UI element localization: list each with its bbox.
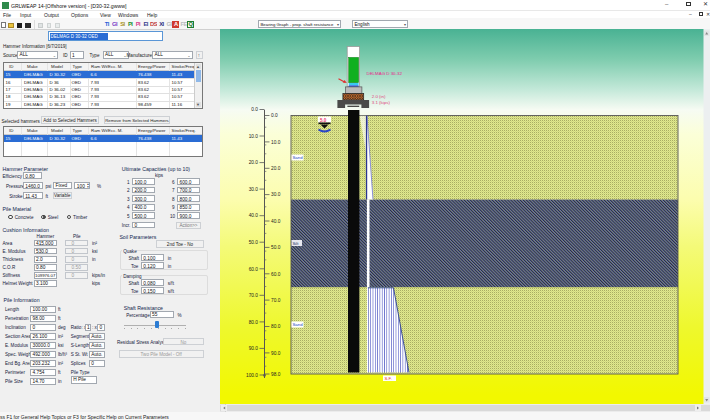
svg-text:Silt: Silt — [293, 241, 300, 246]
svg-text:Sand: Sand — [293, 155, 304, 160]
svg-text:90.0: 90.0 — [271, 351, 281, 356]
svg-text:20.0: 20.0 — [249, 160, 259, 165]
svg-text:20.0: 20.0 — [271, 166, 281, 171]
svg-text:60.0: 60.0 — [249, 267, 259, 272]
svg-text:80.0: 80.0 — [271, 324, 281, 329]
svg-text:Sand: Sand — [293, 322, 304, 327]
svg-text:70.0: 70.0 — [249, 293, 259, 298]
svg-text:3.1 (kips): 3.1 (kips) — [372, 100, 391, 105]
svg-text:100.0: 100.0 — [246, 373, 258, 378]
svg-text:50.0: 50.0 — [271, 245, 281, 250]
svg-text:50.0: 50.0 — [249, 240, 259, 245]
svg-text:60.0: 60.0 — [271, 272, 281, 277]
svg-text:40.0: 40.0 — [271, 219, 281, 224]
svg-text:90.0: 90.0 — [249, 346, 259, 351]
svg-text:30.0: 30.0 — [249, 187, 259, 192]
svg-text:0.0: 0.0 — [271, 113, 278, 118]
svg-text:5.0: 5.0 — [320, 118, 327, 123]
svg-text:10.0: 10.0 — [249, 134, 259, 139]
svg-text:70.0: 70.0 — [271, 298, 281, 303]
svg-text:0.0: 0.0 — [251, 107, 258, 112]
svg-text:DELMAG D 30-32: DELMAG D 30-32 — [367, 71, 403, 76]
svg-text:98.0: 98.0 — [271, 372, 281, 377]
svg-text:80.0: 80.0 — [249, 320, 259, 325]
svg-text:40.0: 40.0 — [249, 213, 259, 218]
svg-text:10.0: 10.0 — [271, 140, 281, 145]
svg-text:30.0: 30.0 — [271, 192, 281, 197]
svg-text:S.F.: S.F. — [385, 376, 392, 381]
